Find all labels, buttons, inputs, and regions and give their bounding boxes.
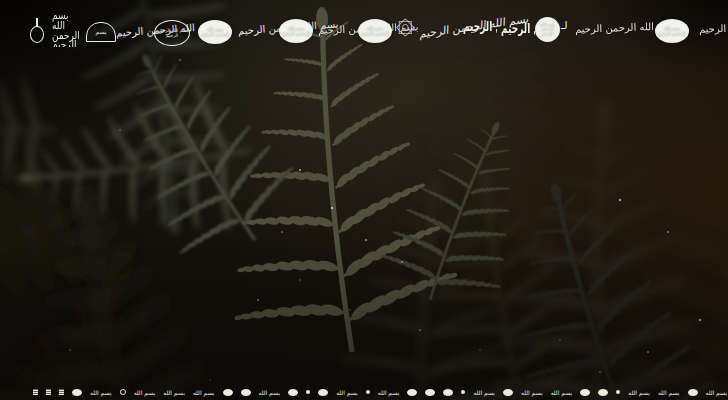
bismillah-filled-oval: بسم الله الرحمن الرحيم xyxy=(279,19,313,43)
bismillah-block-tiny xyxy=(33,389,38,395)
glyph-text: بسم الله الرحمن الرحيم xyxy=(281,26,311,36)
bismillah-lam-mark: لـ xyxy=(561,19,568,32)
bismillah-oval-tiny xyxy=(318,389,328,396)
glyph-text: بسم الله xyxy=(259,389,281,396)
bismillah-script-tiny: بسم الله xyxy=(551,389,573,396)
bismillah-oval-tiny xyxy=(425,389,435,396)
bismillah-filled-oval: بسم الله الرحمن الرحيم xyxy=(198,20,232,44)
bismillah-oval-tiny xyxy=(688,389,698,396)
bismillah-block-tiny xyxy=(46,389,51,395)
glyph-text: بسم xyxy=(87,23,115,41)
bismillah-script-tiny: بسم الله xyxy=(336,389,358,396)
glyph-text: بسم الله الرحمن الرحيم xyxy=(156,28,188,38)
glyph-text: بسم الله الرحمن الرحيم xyxy=(52,11,82,47)
glyph-text: بسم الله xyxy=(473,389,495,396)
bismillah-kufic-script: بسم الله الرحمن الرحيم xyxy=(463,13,497,43)
bismillah-dot-tiny xyxy=(461,390,465,394)
bismillah-script-tiny: بسم الله xyxy=(706,389,728,396)
bismillah-oval-tiny xyxy=(72,389,82,396)
bismillah-oval-tiny xyxy=(288,389,298,396)
bismillah-ring-tiny xyxy=(120,389,126,395)
glyph-text: ۞ xyxy=(396,17,414,37)
bismillah-outlined-oval: بسم الله الرحمن الرحيم xyxy=(154,20,190,46)
glyph-text: لـ xyxy=(561,19,568,32)
glyph-text: بسم الله xyxy=(193,389,215,396)
bismillah-glyph-row-bottom: بسم اللهبسم اللهبسم اللهبسم اللهبسم الله… xyxy=(33,387,728,397)
bismillah-oval-tiny xyxy=(223,389,233,396)
fern-photo-background xyxy=(0,0,728,400)
bismillah-thin-script: بسم الله الرحمن الرحيم xyxy=(699,20,728,35)
bismillah-oval-tiny xyxy=(598,389,608,396)
bismillah-script-tiny: بسم الله xyxy=(193,389,215,396)
glyph-text: بسم الله الرحمن الرحيم xyxy=(360,26,390,36)
bismillah-rosette: ۞ xyxy=(396,17,414,37)
glyph-text: بسم الله الرحمن الرحيم xyxy=(537,23,558,37)
glyph-text: بسم الله xyxy=(163,389,185,396)
bismillah-dome-medallion: بسم xyxy=(86,22,116,42)
fern-wallpaper-canvas: بسم الله الرحمن الرحيمبسمبسم الله الرحمن… xyxy=(0,0,728,400)
bismillah-kufic-script: بسم الله الرحمن الرحيم xyxy=(501,15,535,45)
glyph-text: بسم الله xyxy=(658,389,680,396)
bismillah-dot-tiny xyxy=(616,390,620,394)
bismillah-block-tiny xyxy=(59,389,64,395)
bismillah-script-tiny: بسم الله xyxy=(473,389,495,396)
bismillah-script-tiny: بسم الله xyxy=(163,389,185,396)
glyph-text: بسم الله الرحمن الرحيم xyxy=(657,26,687,36)
bismillah-oval-tiny xyxy=(407,389,417,396)
bismillah-script-tiny: بسم الله xyxy=(521,389,543,396)
bismillah-filled-circle: بسم الله الرحمن الرحيم xyxy=(535,17,560,42)
bismillah-oval-tiny xyxy=(580,389,590,396)
bismillah-script-tiny: بسم الله xyxy=(134,389,156,396)
glyph-text: بسم الله xyxy=(378,389,400,396)
bismillah-dot-tiny xyxy=(366,390,370,394)
bismillah-dot-tiny xyxy=(306,390,310,394)
glyph-text: بسم الله xyxy=(90,389,112,396)
glyph-text: بسم الله الرحمن الرحيم xyxy=(200,27,230,37)
glyph-text: بسم الله الرحمن الرحيم xyxy=(699,20,728,35)
glyph-text: بسم الله xyxy=(134,389,156,396)
bismillah-stacked-script: بسم الله الرحمن الرحيم xyxy=(52,11,82,47)
glyph-text: بسم الله xyxy=(336,389,358,396)
bismillah-filled-oval: بسم الله الرحمن الرحيم xyxy=(655,19,689,43)
bismillah-flask-medallion xyxy=(30,18,45,46)
bismillah-oval-tiny xyxy=(503,389,513,396)
bismillah-script-tiny: بسم الله xyxy=(259,389,281,396)
glyph-text: بسم الله الرحمن الرحيم xyxy=(463,13,497,40)
bismillah-oval-tiny xyxy=(443,389,453,396)
glyph-text: بسم الله xyxy=(551,389,573,396)
bismillah-oval-tiny xyxy=(241,389,251,396)
glyph-text: بسم الله xyxy=(628,389,650,396)
glyph-text: بسم الله xyxy=(706,389,728,396)
bismillah-script-tiny: بسم الله xyxy=(628,389,650,396)
glyph-text: بسم الله xyxy=(521,389,543,396)
bismillah-script-tiny: بسم الله xyxy=(378,389,400,396)
glyph-text: بسم الله الرحمن الرحيم xyxy=(501,15,535,42)
bismillah-glyph-row-top: بسم الله الرحمن الرحيمبسمبسم الله الرحمن… xyxy=(0,4,728,60)
bismillah-script-tiny: بسم الله xyxy=(90,389,112,396)
bismillah-script-tiny: بسم الله xyxy=(658,389,680,396)
bismillah-filled-oval: بسم الله الرحمن الرحيم xyxy=(358,19,392,43)
